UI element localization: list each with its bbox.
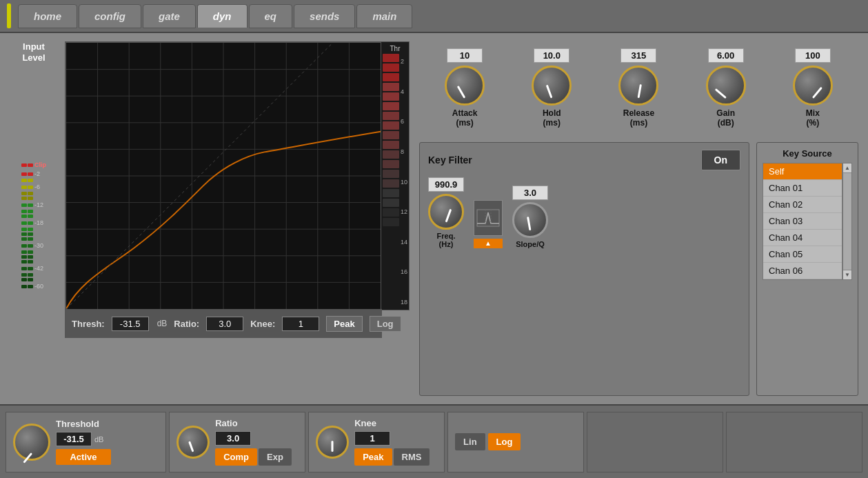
tab-dyn[interactable]: dyn bbox=[197, 4, 248, 28]
release-label: Release(ms) bbox=[623, 108, 654, 128]
key-source-chan03[interactable]: Chan 03 bbox=[763, 213, 842, 230]
thresh-unit: dB bbox=[157, 319, 168, 328]
filter-shape-icon[interactable] bbox=[474, 200, 503, 236]
attack-value[interactable]: 10 bbox=[447, 48, 483, 63]
hold-knob[interactable] bbox=[532, 66, 572, 106]
clip-label: Clip bbox=[34, 161, 46, 168]
left-section: InputLevel Clip bbox=[10, 41, 410, 396]
knee-label: Knee bbox=[354, 418, 376, 428]
vu-meter: Thr bbox=[381, 41, 410, 310]
tab-config[interactable]: config bbox=[79, 4, 141, 28]
ratio-knob[interactable] bbox=[176, 426, 210, 459]
bottom-empty-section2 bbox=[726, 412, 862, 472]
input-level-title: InputLevel bbox=[22, 41, 45, 63]
knee-label: Knee: bbox=[250, 319, 275, 329]
key-source-self[interactable]: Self bbox=[763, 163, 842, 180]
attack-knob-item: 10 Attack(ms) bbox=[445, 48, 485, 128]
key-source-list-container: Self Chan 01 Chan 02 Chan 03 Chan 04 Cha… bbox=[763, 163, 852, 280]
tab-sends[interactable]: sends bbox=[294, 4, 355, 28]
threshold-value[interactable]: -31.5 bbox=[56, 432, 92, 446]
bottom-ratio-section: Ratio 3.0 Comp Exp bbox=[169, 412, 305, 472]
freq-knob-item: 990.9 Freq.(Hz) bbox=[428, 177, 464, 248]
vu-thr-label: Thr bbox=[390, 45, 401, 52]
key-section: Key Filter On 990.9 Freq.(Hz) bbox=[419, 142, 858, 396]
release-value[interactable]: 315 bbox=[620, 48, 656, 63]
slope-value[interactable]: 3.0 bbox=[512, 186, 548, 200]
bottom-empty-section1 bbox=[587, 412, 723, 472]
key-source-chan05[interactable]: Chan 05 bbox=[763, 246, 842, 263]
thresh-label: Thresh: bbox=[72, 319, 105, 329]
tab-gate[interactable]: gate bbox=[143, 4, 196, 28]
attack-label: Attack(ms) bbox=[452, 108, 478, 128]
exp-button[interactable]: Exp bbox=[259, 448, 292, 466]
key-filter-title: Key Filter bbox=[428, 155, 472, 166]
key-filter-controls: 990.9 Freq.(Hz) bbox=[428, 177, 740, 248]
bottom-knee-section: Knee 1 Peak RMS bbox=[308, 412, 445, 472]
ratio-value[interactable]: 3.0 bbox=[206, 317, 243, 331]
slope-label: Slope/Q bbox=[516, 240, 545, 248]
mix-knob-item: 100 Mix(%) bbox=[793, 48, 833, 128]
knee-knob[interactable] bbox=[316, 426, 349, 459]
nav-indicator bbox=[7, 3, 11, 28]
hold-knob-item: 10.0 Hold(ms) bbox=[532, 48, 572, 128]
tab-main[interactable]: main bbox=[356, 4, 412, 28]
graph-panel: Thr bbox=[65, 41, 410, 338]
release-knob-item: 315 Release(ms) bbox=[618, 48, 658, 128]
tab-eq[interactable]: eq bbox=[249, 4, 293, 28]
ratio-label: Ratio: bbox=[174, 319, 199, 329]
threshold-unit: dB bbox=[94, 435, 103, 444]
gain-knob-item: 6.00 Gain(dB) bbox=[706, 48, 746, 128]
input-level-panel: InputLevel Clip bbox=[10, 41, 58, 396]
thresh-value[interactable]: -31.5 bbox=[112, 317, 149, 331]
mix-label: Mix(%) bbox=[806, 108, 820, 128]
slope-knob-item: 3.0 Slope/Q bbox=[512, 186, 548, 248]
key-source-list: Self Chan 01 Chan 02 Chan 03 Chan 04 Cha… bbox=[763, 163, 842, 280]
mix-value[interactable]: 100 bbox=[795, 48, 831, 63]
filter-shape-item: ▲ bbox=[474, 200, 503, 248]
comp-button[interactable]: Comp bbox=[215, 448, 257, 466]
key-source-chan02[interactable]: Chan 02 bbox=[763, 197, 842, 213]
active-button[interactable]: Active bbox=[56, 449, 111, 465]
key-source-chan06[interactable]: Chan 06 bbox=[763, 263, 842, 279]
peak-mode-button[interactable]: Peak bbox=[326, 316, 362, 332]
key-source-title: Key Source bbox=[763, 148, 852, 159]
main-content: InputLevel Clip bbox=[0, 33, 868, 404]
threshold-label: Threshold bbox=[56, 419, 99, 429]
key-filter-panel: Key Filter On 990.9 Freq.(Hz) bbox=[419, 142, 749, 396]
threshold-knob[interactable] bbox=[13, 424, 50, 461]
tab-home[interactable]: home bbox=[18, 4, 77, 28]
knob-panel: 10 Attack(ms) 10.0 Hold(ms) 315 bbox=[419, 41, 858, 134]
gain-value[interactable]: 6.00 bbox=[708, 48, 744, 63]
graph-bottom-controls: Thresh: -31.5 dB Ratio: 3.0 Knee: 1 Peak… bbox=[65, 309, 382, 338]
top-navigation: home config gate dyn eq sends main bbox=[0, 0, 868, 33]
peak-button[interactable]: Peak bbox=[354, 448, 392, 466]
mix-knob[interactable] bbox=[793, 66, 833, 106]
key-filter-on-button[interactable]: On bbox=[701, 150, 740, 170]
hold-value[interactable]: 10.0 bbox=[534, 48, 569, 63]
slope-knob[interactable] bbox=[512, 202, 548, 238]
ratio-value-bottom[interactable]: 3.0 bbox=[215, 431, 251, 446]
freq-value[interactable]: 990.9 bbox=[428, 177, 464, 192]
rms-button[interactable]: RMS bbox=[394, 448, 430, 466]
lin-button[interactable]: Lin bbox=[455, 433, 485, 450]
right-section: 10 Attack(ms) 10.0 Hold(ms) 315 bbox=[419, 41, 858, 396]
bottom-threshold-section: Threshold -31.5 dB Active bbox=[6, 412, 166, 472]
graph-grid bbox=[66, 43, 381, 309]
filter-type-indicator[interactable]: ▲ bbox=[474, 239, 503, 248]
freq-knob[interactable] bbox=[428, 194, 464, 230]
freq-label: Freq.(Hz) bbox=[437, 232, 456, 248]
release-knob[interactable] bbox=[618, 66, 658, 106]
key-source-chan01[interactable]: Chan 01 bbox=[763, 180, 842, 197]
bottom-bar: Threshold -31.5 dB Active Ratio 3.0 Comp… bbox=[0, 404, 868, 478]
key-source-chan04[interactable]: Chan 04 bbox=[763, 230, 842, 246]
log-mode-button[interactable]: Log bbox=[370, 316, 401, 332]
gain-knob[interactable] bbox=[706, 66, 746, 106]
ratio-label: Ratio bbox=[215, 418, 238, 428]
gain-label: Gain(dB) bbox=[716, 108, 735, 128]
attack-knob[interactable] bbox=[445, 66, 485, 106]
knee-value[interactable]: 1 bbox=[282, 317, 319, 331]
hold-label: Hold(ms) bbox=[543, 108, 561, 128]
key-source-scrollbar[interactable]: ▲ ▼ bbox=[842, 163, 852, 280]
knee-value-bottom[interactable]: 1 bbox=[354, 431, 390, 446]
log-button[interactable]: Log bbox=[488, 433, 521, 450]
